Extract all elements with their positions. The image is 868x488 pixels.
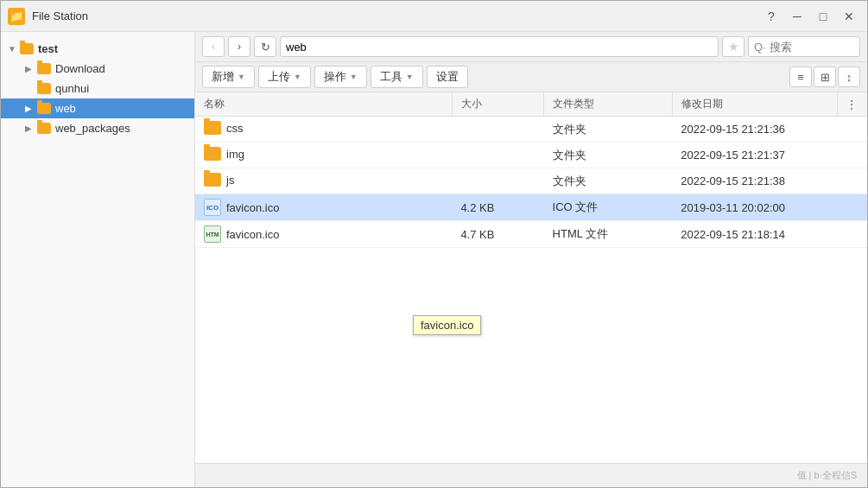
table-row[interactable]: img 文件夹 2022-09-15 21:21:37 [195, 143, 867, 168]
file-size [452, 117, 543, 143]
file-type: ICO 文件 [544, 194, 673, 221]
file-table: 名称 大小 文件类型 修改日期 [195, 92, 867, 248]
grid-view-button[interactable]: ⊞ [814, 67, 836, 87]
new-label: 新增 [212, 69, 234, 85]
sidebar-item-download[interactable]: ▶ Download [1, 59, 194, 79]
close-button[interactable]: ✕ [838, 7, 860, 26]
search-box: Q· [748, 36, 860, 57]
file-list: 名称 大小 文件类型 修改日期 [195, 92, 867, 463]
window-title: File Station [32, 10, 760, 22]
action-toolbar: 新增 ▼ 上传 ▼ 操作 ▼ 工具 ▼ 设置 [195, 62, 867, 92]
app-window: File Station ? ─ □ ✕ ▼ test ▶ Download [0, 0, 868, 488]
arrow-icon: ▶ [25, 64, 37, 73]
nav-toolbar: ‹ › ↻ ★ Q· [195, 32, 867, 62]
file-size [452, 168, 543, 194]
file-name-label: favicon.ico [226, 201, 279, 214]
sidebar-root-test[interactable]: ▼ test [1, 39, 194, 59]
search-prefix: Q· [754, 41, 766, 54]
sidebar-item-label: web_packages [55, 122, 130, 135]
main-area: ▼ test ▶ Download qunhui ▶ web ▶ [1, 32, 867, 487]
folder-icon [204, 173, 221, 187]
tooltip-text: favicon.ico [421, 319, 473, 332]
file-date: 2022-09-15 21:21:38 [672, 168, 837, 194]
forward-button[interactable]: › [228, 36, 250, 57]
col-header-more[interactable]: ⋮ [837, 92, 867, 117]
sort-button[interactable]: ↕ [838, 67, 860, 87]
statusbar: 值 | b·全程信S [195, 463, 867, 487]
sidebar: ▼ test ▶ Download qunhui ▶ web ▶ [1, 32, 195, 487]
content-pane: ‹ › ↻ ★ Q· 新增 ▼ 上传 ▼ [195, 32, 867, 487]
arrow-icon: ▶ [25, 104, 37, 113]
file-size: 4.2 KB [452, 194, 543, 221]
minimize-button[interactable]: ─ [786, 7, 808, 26]
file-date: 2022-09-15 21:21:36 [672, 117, 837, 143]
sidebar-item-label: web [55, 102, 76, 115]
file-name: js [195, 168, 452, 194]
settings-label: 设置 [436, 69, 459, 85]
dropdown-arrow-icon: ▼ [350, 73, 358, 81]
maximize-button[interactable]: □ [812, 7, 834, 26]
file-name-label: img [226, 148, 244, 161]
file-type: 文件夹 [544, 168, 673, 194]
file-more [837, 221, 867, 248]
window-controls: ? ─ □ ✕ [760, 7, 860, 26]
file-icon-group: ICO favicon.ico [204, 199, 279, 216]
file-icon-group: css [204, 121, 244, 135]
list-view-button[interactable]: ≡ [789, 67, 812, 87]
file-icon-group: HTM favicon.ico [204, 225, 279, 243]
settings-button[interactable]: 设置 [427, 66, 468, 88]
table-row[interactable]: js 文件夹 2022-09-15 21:21:38 [195, 168, 867, 194]
file-size [452, 143, 543, 168]
col-header-size[interactable]: 大小 [452, 92, 543, 117]
folder-icon [37, 123, 51, 134]
bookmark-button[interactable]: ★ [722, 36, 744, 57]
sidebar-item-web-packages[interactable]: ▶ web_packages [1, 118, 194, 138]
help-button[interactable]: ? [760, 7, 782, 26]
upload-label: 上传 [268, 69, 290, 85]
file-more [837, 143, 867, 168]
tools-button[interactable]: 工具 ▼ [371, 66, 423, 88]
folder-icon [37, 63, 51, 74]
sidebar-item-qunhui[interactable]: qunhui [1, 79, 194, 98]
file-more [837, 168, 867, 194]
folder-icon [37, 103, 51, 114]
titlebar: File Station ? ─ □ ✕ [1, 1, 867, 32]
refresh-button[interactable]: ↻ [254, 36, 276, 57]
table-row[interactable]: css 文件夹 2022-09-15 21:21:36 [195, 117, 867, 143]
folder-icon [20, 43, 34, 54]
col-header-name[interactable]: 名称 [195, 92, 452, 117]
address-bar[interactable] [280, 36, 719, 57]
expand-arrow: ▼ [8, 44, 16, 54]
sidebar-item-label: qunhui [55, 82, 89, 95]
action-label: 操作 [324, 69, 346, 85]
file-type: HTML 文件 [544, 221, 673, 248]
file-more [837, 117, 867, 143]
file-name: img [195, 143, 452, 168]
action-button[interactable]: 操作 ▼ [314, 66, 367, 88]
file-name-label: css [226, 122, 244, 135]
watermark-text: 值 | b·全程信S [797, 469, 857, 482]
sidebar-item-web[interactable]: ▶ web [1, 98, 194, 118]
sidebar-root-label: test [38, 42, 58, 55]
col-header-type[interactable]: 文件类型 [544, 92, 673, 117]
file-date: 2022-09-15 21:18:14 [672, 221, 837, 248]
table-row[interactable]: HTM favicon.ico 4.7 KB HTML 文件 2022-09-1… [195, 221, 867, 248]
upload-button[interactable]: 上传 ▼ [258, 66, 311, 88]
new-button[interactable]: 新增 ▼ [202, 66, 255, 88]
folder-icon [37, 83, 51, 94]
table-row[interactable]: ICO favicon.ico 4.2 KB ICO 文件 2019-03-11… [195, 194, 867, 221]
view-buttons: ≡ ⊞ ↕ [789, 67, 860, 87]
search-input[interactable] [770, 41, 847, 54]
file-size: 4.7 KB [452, 221, 543, 248]
filename-tooltip: favicon.ico [413, 315, 481, 335]
file-type: 文件夹 [544, 117, 673, 143]
file-name-label: js [226, 174, 234, 187]
back-button[interactable]: ‹ [202, 36, 225, 57]
file-date: 2019-03-11 20:02:00 [672, 194, 837, 221]
html-icon: HTM [204, 225, 221, 243]
dropdown-arrow-icon: ▼ [294, 73, 301, 81]
sidebar-item-label: Download [55, 62, 105, 75]
file-icon-group: js [204, 173, 234, 187]
col-header-date[interactable]: 修改日期 [672, 92, 837, 117]
file-date: 2022-09-15 21:21:37 [672, 143, 837, 168]
